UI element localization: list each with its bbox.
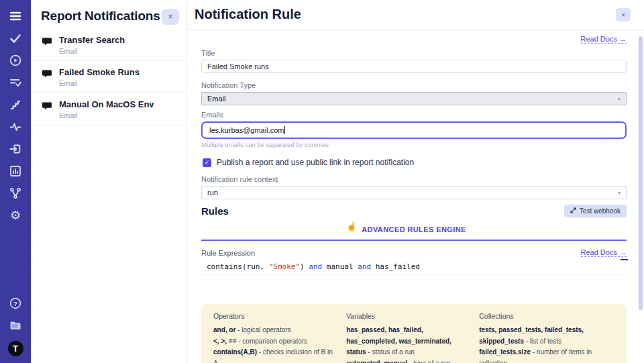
code-token: manual xyxy=(322,262,358,271)
app-logo[interactable]: T xyxy=(8,341,23,356)
logo-letter: T xyxy=(13,344,18,354)
left-panel-close-button[interactable]: × xyxy=(162,9,179,25)
branch-icon[interactable] xyxy=(9,187,22,200)
left-panel-header: Report Notifications × xyxy=(31,0,186,29)
context-select[interactable]: run ▾ xyxy=(201,186,627,199)
page-title: Notification Rule xyxy=(195,7,301,22)
item-title: Failed Smoke Runs xyxy=(59,67,140,77)
main-content: Read Docs → Title Notification Type Emai… xyxy=(186,30,644,363)
help-entry: failed_tests.size - number of items in c… xyxy=(479,347,614,363)
item-title: Manual On MacOS Env xyxy=(59,99,154,109)
check-icon[interactable] xyxy=(9,32,22,45)
code-token: has_failed xyxy=(371,262,420,271)
notification-rule-panel: Notification Rule × Read Docs → Title No… xyxy=(186,0,644,363)
rules-heading: Rules xyxy=(201,205,229,217)
help-column-title: Variables xyxy=(346,312,467,320)
publish-report-label: Publish a report and use public link in … xyxy=(217,158,414,167)
chat-bubble-icon xyxy=(42,69,52,82)
webhook-icon xyxy=(570,207,576,215)
item-type: Email xyxy=(59,79,140,87)
title-label: Title xyxy=(201,49,627,57)
chevron-down-icon: ▾ xyxy=(618,96,621,102)
help-icon[interactable]: ? xyxy=(9,297,22,310)
rules-header-row: Rules Test webhook xyxy=(201,205,627,217)
help-column-title: Collections xyxy=(479,312,614,320)
code-token: contains(run, xyxy=(207,262,269,271)
help-entry: contains(A,B) - checks inclusion of B in… xyxy=(213,347,334,363)
menu-icon[interactable] xyxy=(9,9,22,23)
editor-scroll-handle[interactable] xyxy=(621,259,628,260)
help-column-title: Operators xyxy=(213,312,334,320)
notification-list-item[interactable]: Manual On MacOS Env Email xyxy=(31,93,186,125)
code-token: ) xyxy=(300,262,309,271)
steps-icon[interactable] xyxy=(9,98,22,111)
item-text: Manual On MacOS Env Email xyxy=(59,99,154,119)
import-runs-icon[interactable] xyxy=(9,142,22,156)
help-entry: automated, manual - type of a run xyxy=(346,358,467,363)
docs-folder-icon[interactable] xyxy=(9,319,22,332)
analytics-icon[interactable] xyxy=(9,164,22,178)
context-label: Notification rule context xyxy=(201,175,627,183)
test-webhook-button[interactable]: Test webhook xyxy=(564,205,627,217)
help-entry: tests, passed_tests, failed_tests, skipp… xyxy=(479,325,614,347)
test-webhook-label: Test webhook xyxy=(580,207,621,215)
item-title: Transfer Search xyxy=(59,35,125,45)
help-column-collections: Collections tests, passed_tests, failed_… xyxy=(479,312,614,361)
emails-helper-text: Multiple emails can be separated by comm… xyxy=(201,141,627,148)
test-runs-list-icon[interactable] xyxy=(9,76,22,89)
code-token-string: "Smoke" xyxy=(269,262,300,271)
title-input[interactable] xyxy=(201,60,627,73)
notification-type-select[interactable]: Email ▾ xyxy=(201,92,627,105)
left-panel-title: Report Notifications xyxy=(41,9,160,23)
code-token-keyword: and xyxy=(309,262,322,271)
help-column-variables: Variables has_passed, has_failed, has_co… xyxy=(346,312,467,361)
publish-report-checkbox[interactable]: ✓ xyxy=(203,158,211,167)
chevron-down-icon: ▾ xyxy=(618,190,621,196)
notification-list-item[interactable]: Transfer Search Email xyxy=(31,29,186,61)
item-text: Transfer Search Email xyxy=(59,35,125,55)
activity-pulse-icon[interactable] xyxy=(9,120,22,134)
report-notifications-panel: Report Notifications × Transfer Search E… xyxy=(31,0,186,363)
emails-value: les.kurbas@gmail.com xyxy=(209,126,284,134)
read-docs-row: Read Docs → xyxy=(201,32,627,41)
play-circle-icon[interactable] xyxy=(9,54,22,67)
expression-help-panel: Operators and, or - logical operators <,… xyxy=(201,304,627,363)
read-docs-link[interactable]: Read Docs → xyxy=(581,248,627,257)
close-icon: × xyxy=(621,11,625,19)
notification-type-label: Notification Type xyxy=(201,81,627,89)
help-column-operators: Operators and, or - logical operators <,… xyxy=(213,312,334,361)
vertical-scrollbar[interactable] xyxy=(639,36,643,310)
selected-context-value: run xyxy=(207,189,218,197)
help-entry: has_passed, has_failed, has_completed, w… xyxy=(346,325,467,358)
rule-expression-editor[interactable]: contains(run, "Smoke") and manual and ha… xyxy=(201,261,627,295)
rule-expression-label: Rule Expression xyxy=(201,249,255,257)
item-type: Email xyxy=(59,47,125,55)
code-token-keyword: and xyxy=(358,262,371,271)
app-window: ⚙ ? T Report Notifications × Transfer Se… xyxy=(0,0,644,363)
close-icon: × xyxy=(168,12,172,21)
selected-type-value: Email xyxy=(207,95,226,103)
main-header: Notification Rule × xyxy=(186,0,644,30)
emails-input[interactable]: les.kurbas@gmail.com xyxy=(201,121,627,139)
sidebar-bottom-group: ? T xyxy=(8,297,23,356)
item-type: Email xyxy=(59,111,154,119)
emails-label: Emails xyxy=(201,111,627,119)
rule-expression-code[interactable]: contains(run, "Smoke") and manual and ha… xyxy=(201,261,627,274)
help-entry: <, >, == - comparison operators xyxy=(213,336,334,348)
chat-bubble-icon xyxy=(42,101,52,114)
main-close-button[interactable]: × xyxy=(616,8,631,21)
help-entry: and, or - logical operators xyxy=(213,325,334,336)
chat-bubble-icon xyxy=(42,37,52,50)
svg-text:?: ? xyxy=(13,300,17,307)
tab-advanced-rules-engine[interactable]: ADVANCED RULES ENGINE xyxy=(362,225,466,234)
rule-expression-header: Rule Expression Read Docs → xyxy=(201,248,627,257)
read-docs-link[interactable]: Read Docs → xyxy=(581,35,627,44)
notification-list-item[interactable]: Failed Smoke Runs Email xyxy=(31,61,186,93)
mouse-cursor-icon: ☝ xyxy=(346,221,357,231)
item-text: Failed Smoke Runs Email xyxy=(59,67,140,87)
checkmark-icon: ✓ xyxy=(205,159,210,166)
text-caret xyxy=(284,126,285,134)
settings-gear-icon[interactable]: ⚙ xyxy=(9,209,22,222)
sidebar: ⚙ ? T xyxy=(0,0,31,363)
publish-report-row: ✓ Publish a report and use public link i… xyxy=(201,158,627,167)
